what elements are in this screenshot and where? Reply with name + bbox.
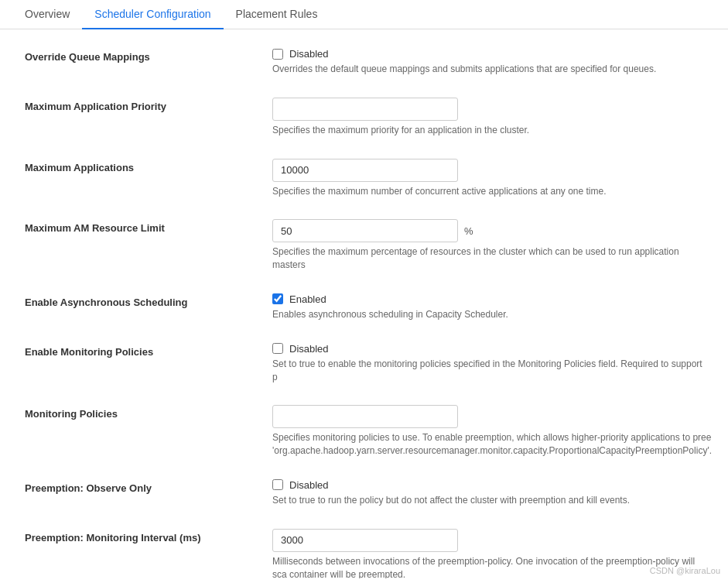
enable-asynchronous-scheduling-row: Enable Asynchronous Scheduling Enabled E…	[25, 293, 703, 321]
monitoring-policies-input[interactable]	[272, 405, 458, 428]
enable-monitoring-policies-label: Enable Monitoring Policies	[25, 343, 272, 358]
enable-asynchronous-scheduling-checkbox-label: Enabled	[289, 293, 326, 305]
enable-asynchronous-scheduling-checkbox[interactable]	[272, 293, 283, 304]
main-content: Override Queue Mappings Disabled Overrid…	[0, 29, 728, 578]
monitoring-policies-description: Specifies monitoring policies to use. To…	[272, 431, 712, 458]
maximum-application-priority-row: Maximum Application Priority Specifies t…	[25, 98, 703, 137]
tab-scheduler-configuration[interactable]: Scheduler Configuration	[82, 0, 223, 29]
preemption-monitoring-interval-input[interactable]	[272, 529, 458, 552]
enable-monitoring-policies-checkbox-label: Disabled	[289, 343, 329, 355]
monitoring-policies-control: Specifies monitoring policies to use. To…	[272, 405, 712, 458]
preemption-monitoring-interval-label: Preemption: Monitoring Interval (ms)	[25, 529, 272, 544]
maximum-am-resource-limit-control: % Specifies the maximum percentage of re…	[272, 219, 703, 272]
maximum-applications-field-row	[272, 159, 703, 182]
maximum-am-resource-limit-description: Specifies the maximum percentage of reso…	[272, 245, 703, 272]
enable-asynchronous-scheduling-checkbox-row: Enabled	[272, 293, 703, 305]
maximum-am-resource-limit-label: Maximum AM Resource Limit	[25, 219, 272, 234]
preemption-observe-only-row: Preemption: Observe Only Disabled Set to…	[25, 479, 703, 507]
preemption-observe-only-checkbox-row: Disabled	[272, 479, 703, 491]
preemption-observe-only-checkbox-label: Disabled	[289, 479, 329, 491]
maximum-application-priority-control: Specifies the maximum priority for an ap…	[272, 98, 703, 137]
override-queue-mappings-checkbox-row: Disabled	[272, 48, 703, 60]
maximum-am-resource-limit-unit: %	[464, 225, 473, 237]
maximum-applications-control: Specifies the maximum number of concurre…	[272, 159, 703, 198]
maximum-applications-input[interactable]	[272, 159, 458, 182]
override-queue-mappings-checkbox[interactable]	[272, 49, 283, 60]
maximum-application-priority-description: Specifies the maximum priority for an ap…	[272, 124, 703, 137]
preemption-monitoring-interval-field-row	[272, 529, 703, 552]
enable-monitoring-policies-description: Set to true to enable the monitoring pol…	[272, 358, 703, 384]
override-queue-mappings-label: Override Queue Mappings	[25, 48, 272, 63]
maximum-am-resource-limit-row: Maximum AM Resource Limit % Specifies th…	[25, 219, 703, 272]
enable-monitoring-policies-control: Disabled Set to true to enable the monit…	[272, 343, 703, 384]
preemption-observe-only-control: Disabled Set to true to run the policy b…	[272, 479, 703, 507]
maximum-am-resource-limit-input[interactable]	[272, 219, 458, 242]
enable-monitoring-policies-checkbox-row: Disabled	[272, 343, 703, 355]
enable-asynchronous-scheduling-control: Enabled Enables asynchronous scheduling …	[272, 293, 703, 321]
preemption-monitoring-interval-row: Preemption: Monitoring Interval (ms) Mil…	[25, 529, 703, 578]
tab-placement-rules[interactable]: Placement Rules	[224, 0, 330, 29]
maximum-applications-label: Maximum Applications	[25, 159, 272, 173]
enable-asynchronous-scheduling-description: Enables asynchronous scheduling in Capac…	[272, 308, 703, 321]
enable-monitoring-policies-row: Enable Monitoring Policies Disabled Set …	[25, 343, 703, 384]
preemption-monitoring-interval-description: Milliseconds between invocations of the …	[272, 555, 703, 578]
override-queue-mappings-row: Override Queue Mappings Disabled Overrid…	[25, 48, 703, 76]
maximum-applications-description: Specifies the maximum number of concurre…	[272, 185, 703, 198]
watermark: CSDN @kiraraLou	[650, 566, 720, 575]
enable-monitoring-policies-checkbox[interactable]	[272, 343, 283, 354]
override-queue-mappings-checkbox-label: Disabled	[289, 48, 329, 60]
maximum-applications-row: Maximum Applications Specifies the maxim…	[25, 159, 703, 198]
maximum-application-priority-field-row	[272, 98, 703, 121]
monitoring-policies-label: Monitoring Policies	[25, 405, 272, 420]
maximum-application-priority-label: Maximum Application Priority	[25, 98, 272, 112]
monitoring-policies-field-row	[272, 405, 712, 428]
override-queue-mappings-control: Disabled Overrides the default queue map…	[272, 48, 703, 76]
preemption-observe-only-checkbox[interactable]	[272, 479, 283, 490]
maximum-am-resource-limit-field-row: %	[272, 219, 703, 242]
preemption-observe-only-label: Preemption: Observe Only	[25, 479, 272, 494]
monitoring-policies-row: Monitoring Policies Specifies monitoring…	[25, 405, 703, 458]
override-queue-mappings-description: Overrides the default queue mappings and…	[272, 63, 703, 76]
preemption-monitoring-interval-control: Milliseconds between invocations of the …	[272, 529, 703, 578]
tab-bar: Overview Scheduler Configuration Placeme…	[0, 0, 728, 29]
enable-asynchronous-scheduling-label: Enable Asynchronous Scheduling	[25, 293, 272, 308]
maximum-application-priority-input[interactable]	[272, 98, 458, 121]
tab-overview[interactable]: Overview	[12, 0, 82, 29]
preemption-observe-only-description: Set to true to run the policy but do not…	[272, 494, 703, 507]
